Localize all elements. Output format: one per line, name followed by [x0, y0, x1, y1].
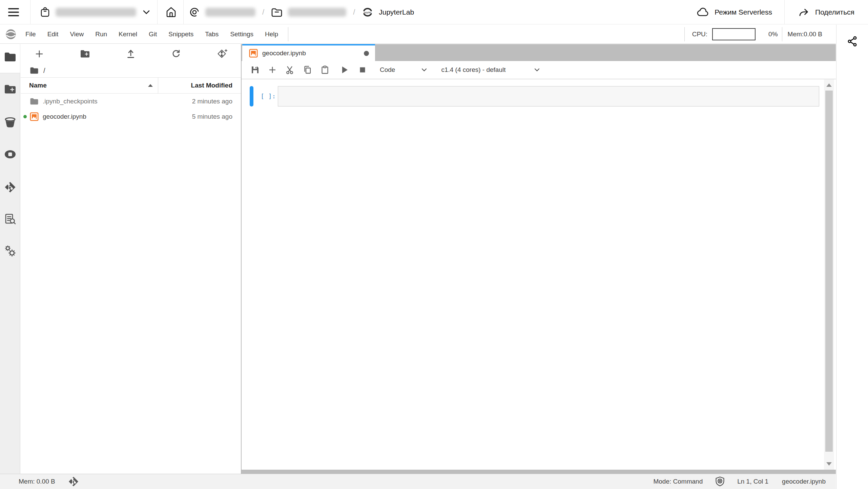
cell-collapser[interactable]: [250, 86, 253, 106]
scroll-down-arrow-icon[interactable]: [824, 459, 834, 469]
sidebar-item-new-folder[interactable]: [0, 84, 20, 94]
menu-kernel[interactable]: Kernel: [113, 25, 143, 44]
jupyter-gray-logo-icon: [5, 29, 16, 40]
tab-geocoder-ipynb[interactable]: geocoder.ipynb: [242, 44, 375, 61]
plus-icon: [34, 49, 44, 59]
shield-x-icon: [715, 476, 725, 487]
new-launcher-button[interactable]: [34, 49, 44, 59]
menu-help[interactable]: Help: [259, 25, 284, 44]
sidebar-item-extensions[interactable]: [0, 245, 20, 257]
plus-icon: [268, 65, 277, 74]
share-button[interactable]: Поделиться: [798, 7, 854, 18]
dock-bottom-edge: [242, 470, 836, 474]
menu-settings[interactable]: Settings: [224, 25, 259, 44]
mode-indicator[interactable]: Mode: Command: [653, 478, 703, 485]
serverless-label: Режим Serverless: [715, 8, 772, 16]
insert-cell-button[interactable]: [268, 65, 277, 74]
running-indicator: [23, 115, 27, 118]
chevron-down-icon: [534, 68, 540, 72]
menubar-separator: [684, 27, 685, 41]
file-name: geocoder.ipynb: [43, 113, 86, 120]
interrupt-kernel-button[interactable]: [359, 66, 366, 74]
breadcrumb-slash: /: [353, 8, 355, 17]
cpu-usage-bar: [712, 28, 756, 40]
sidebar-item-running-sessions[interactable]: [0, 149, 20, 159]
hamburger-icon: [8, 8, 19, 17]
notifications-button[interactable]: [715, 476, 725, 487]
notebook-scrollbar[interactable]: [824, 79, 834, 470]
menubar-separator: [782, 27, 782, 41]
files-icon: [4, 52, 17, 62]
community-name-redacted: [205, 8, 255, 17]
kernel-select[interactable]: c1.4 (4 cores) - default: [441, 66, 539, 74]
inspector-icon: [4, 213, 16, 225]
menu-run[interactable]: Run: [89, 25, 113, 44]
column-header-name[interactable]: Name: [21, 82, 158, 89]
chevron-down-icon: [421, 68, 427, 72]
unsaved-changes-indicator[interactable]: [364, 51, 369, 56]
cell-type-select[interactable]: Code: [380, 66, 427, 74]
git-clone-button[interactable]: [217, 48, 228, 59]
menu-snippets[interactable]: Snippets: [163, 25, 199, 44]
menu-tabs[interactable]: Tabs: [199, 25, 224, 44]
menu-git[interactable]: Git: [143, 25, 163, 44]
file-modified: 2 minutes ago: [98, 98, 241, 105]
home-button[interactable]: [165, 6, 177, 18]
dock-tab-bar: geocoder.ipynb: [242, 44, 836, 61]
scrollbar-thumb[interactable]: [825, 91, 833, 452]
menu-file[interactable]: File: [20, 25, 42, 44]
refresh-button[interactable]: [171, 49, 181, 59]
top-bar: / / jupyter JupyterLab Режим Serverless: [0, 0, 868, 24]
project-name-redacted: [288, 8, 346, 17]
refresh-icon: [171, 49, 181, 59]
hamburger-button[interactable]: [8, 8, 19, 17]
upload-button[interactable]: [126, 49, 136, 59]
git-status-button[interactable]: [68, 476, 79, 487]
home-icon: [165, 6, 177, 18]
file-row-geocoder[interactable]: geocoder.ipynb 5 minutes ago: [21, 109, 241, 124]
cut-cells-button[interactable]: [285, 65, 294, 75]
folder-outline-icon: [271, 7, 283, 17]
menu-edit[interactable]: Edit: [42, 25, 64, 44]
new-folder-button[interactable]: [80, 50, 90, 58]
target-icon: [189, 7, 200, 18]
menubar-separator: [288, 27, 288, 41]
code-cell: [ ]:: [250, 86, 819, 106]
folder-plus-icon: [80, 50, 90, 58]
workspace-switcher[interactable]: [40, 7, 150, 18]
notebook-dock: geocoder.ipynb: [241, 44, 836, 474]
notebook-file-icon: [249, 49, 258, 58]
breadcrumb-community[interactable]: [189, 7, 255, 18]
cursor-position[interactable]: Ln 1, Col 1: [737, 478, 768, 485]
folder-icon: [30, 67, 39, 74]
cloud-icon: [697, 7, 709, 17]
folder-icon: [30, 98, 39, 105]
sidebar-item-storage[interactable]: [0, 117, 20, 128]
notebook-toolbar: Code c1.4 (4 cores) - default: [242, 61, 836, 79]
share-graph-icon: [847, 36, 858, 47]
sidebar-item-git[interactable]: [0, 181, 20, 193]
sidebar-item-inspector[interactable]: [0, 213, 20, 225]
sidebar-item-files[interactable]: [0, 52, 20, 62]
topbar-separator: [30, 0, 30, 24]
file-row-checkpoints[interactable]: .ipynb_checkpoints 2 minutes ago: [21, 94, 241, 109]
menu-view[interactable]: View: [64, 25, 89, 44]
breadcrumb-project[interactable]: [271, 7, 346, 17]
cpu-label: CPU:: [692, 31, 707, 38]
serverless-mode-button[interactable]: Режим Serverless: [697, 7, 772, 17]
share-graph-button[interactable]: [836, 36, 868, 47]
copy-cells-button[interactable]: [303, 65, 312, 75]
notebook-content-area: [ ]:: [242, 79, 836, 470]
jupyter-menu-bar: File Edit View Run Kernel Git Snippets T…: [0, 25, 836, 44]
breadcrumb-root: /: [43, 67, 45, 75]
run-cell-button[interactable]: [340, 65, 349, 74]
status-bar: Mem: 0.00 B Mode: Command Ln: [0, 474, 836, 489]
cell-editor[interactable]: [278, 86, 819, 106]
column-header-modified[interactable]: Last Modified: [158, 82, 241, 89]
file-browser-breadcrumb[interactable]: /: [21, 64, 241, 77]
workspace-name-redacted: [56, 8, 136, 17]
paste-cells-button[interactable]: [320, 65, 330, 75]
breadcrumb-jupyterlab[interactable]: jupyter JupyterLab: [362, 6, 414, 18]
scroll-up-arrow-icon[interactable]: [824, 80, 834, 90]
save-button[interactable]: [250, 65, 260, 75]
